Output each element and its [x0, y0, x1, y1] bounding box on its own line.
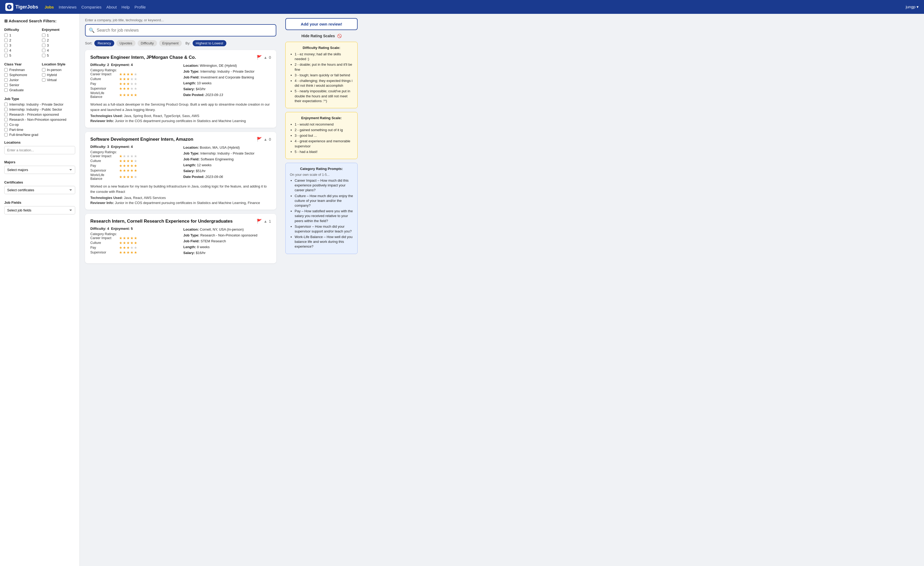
certificates-label: Certificates [4, 180, 23, 184]
rating-name: Career Impact [90, 236, 117, 240]
diff-4[interactable]: 4 [4, 48, 38, 53]
scale-item: 5 - had a blast! [295, 149, 353, 154]
class-freshman[interactable]: Freshman [4, 68, 38, 72]
card-technologies: Technologies Used: Java, React, AWS Serv… [90, 196, 271, 200]
scale-item: 3 - good but ... [295, 133, 353, 138]
sort-chip-recency[interactable]: Recency [94, 40, 114, 46]
upvote-icon[interactable]: ▲ [264, 55, 267, 60]
jt-fulltime[interactable]: Full-time/New grad [4, 133, 75, 137]
brand-name: TigerJobs [15, 4, 38, 10]
jt-industry-public[interactable]: Internship: Industry - Public Sector [4, 107, 75, 111]
star-rating: ★★★★★ [119, 72, 138, 76]
diff-1[interactable]: 1 [4, 33, 38, 37]
right-panel: Add your own review! Hide Rating Scales … [282, 14, 361, 566]
job-type-label: Job Type [4, 97, 19, 101]
date-posted: Date Posted: 2023-09-13 [183, 92, 271, 98]
class-junior[interactable]: Junior [4, 78, 38, 82]
sort-by-highest[interactable]: Highest to Lowest [193, 40, 226, 46]
class-senior[interactable]: Senior [4, 83, 38, 87]
nav-jobs[interactable]: Jobs [45, 5, 54, 9]
loc-virtual[interactable]: Virtual [42, 78, 75, 82]
diff-5[interactable]: 5 [4, 53, 38, 57]
enjoyment-scale-box: Enjoyment Rating Scale: 1 - would not re… [285, 112, 358, 159]
star-rating: ★★★★★ [119, 241, 138, 245]
upvote-icon[interactable]: ▲ [264, 219, 267, 223]
majors-section-title: Majors [4, 160, 75, 164]
enj-5[interactable]: 5 [42, 53, 75, 57]
upvote-icon[interactable]: ▲ [264, 137, 267, 142]
jt-parttime[interactable]: Part-time [4, 128, 75, 132]
ratings-section: Category Ratings: Career Impact ★★★★★ Cu… [90, 68, 178, 99]
nav-companies[interactable]: Companies [81, 5, 102, 9]
star-rating: ★★★★★ [119, 250, 138, 254]
enj-4[interactable]: 4 [42, 48, 75, 53]
jt-research-nonprinceton[interactable]: Research - Non-Princeton sponsored [4, 117, 75, 122]
scale-item: Supervisor – How much did your superviso… [295, 224, 353, 234]
difficulty-scale-list: 1 - ez money; had all the skills needed … [290, 52, 353, 104]
job-fields-select[interactable]: Select job fields [4, 206, 75, 214]
job-fields-section-title: Job Fields [4, 200, 75, 205]
star-rating: ★★★★★ [119, 154, 138, 158]
nav-help[interactable]: Help [122, 5, 130, 9]
salary-info: Salary: $51/hr [183, 168, 271, 174]
by-label: By: [186, 41, 190, 45]
sidebar-title: ⊞ Advanced Search Filters: [4, 19, 75, 23]
diff-2[interactable]: 2 [4, 38, 38, 42]
nav-about[interactable]: About [106, 5, 117, 9]
sort-chip-enjoyment[interactable]: Enjoyment [159, 40, 182, 46]
majors-select[interactable]: Select majors [4, 166, 75, 174]
sort-chip-upvotes[interactable]: Upvotes [116, 40, 135, 46]
scale-item: 1 - would not recommend [295, 122, 353, 127]
class-location-grid: Class Year Freshman Sophomore Junior Sen… [4, 61, 75, 93]
diff-enjoy: Difficulty: 4 Enjoyment: 5 [90, 227, 178, 230]
flag-icon[interactable]: 🚩 [256, 55, 262, 60]
enj-1[interactable]: 1 [42, 33, 75, 37]
rating-row: Work/Life Balance ★★★★★ [90, 91, 178, 99]
sort-chip-difficulty[interactable]: Difficulty [138, 40, 157, 46]
user-menu[interactable]: jungp ▾ [906, 5, 919, 9]
upvote-count: 0 [269, 137, 271, 142]
enj-3[interactable]: 3 [42, 44, 75, 47]
enjoyment-label: Enjoyment [42, 28, 75, 32]
certificates-select[interactable]: Select certificates [4, 186, 75, 194]
loc-hybrid[interactable]: Hybrid [42, 73, 75, 77]
brand-icon: T [5, 3, 13, 11]
jt-industry-private[interactable]: Internship: Industry - Private Sector [4, 102, 75, 106]
brand-logo[interactable]: T TigerJobs [5, 3, 38, 11]
diff-3[interactable]: 3 [4, 44, 38, 47]
class-year-label: Class Year [4, 62, 38, 66]
enj-2[interactable]: 2 [42, 38, 75, 42]
search-input[interactable] [94, 25, 273, 36]
flag-icon[interactable]: 🚩 [256, 219, 262, 224]
location-info: Location: Wilmington, DE (Hybrid) [183, 63, 271, 69]
rating-row: Supervisor ★★★★★ [90, 86, 178, 91]
rating-row: Pay ★★★★★ [90, 245, 178, 250]
jt-research-princeton[interactable]: Research - Princeton sponsored [4, 113, 75, 116]
card-right: Location: Wilmington, DE (Hybrid) Job Ty… [183, 63, 271, 99]
scale-item: Career Impact – How much did this experi… [295, 178, 353, 193]
sort-label: Sort: [85, 41, 92, 45]
flag-icon[interactable]: 🚩 [256, 137, 262, 142]
nav-profile[interactable]: Profile [134, 5, 146, 9]
scale-item: Work-Life Balance – How well did you bal… [295, 235, 353, 249]
location-info: Location: Cornell, NY, USA (In-person) [183, 227, 271, 232]
rating-name: Career Impact [90, 154, 117, 158]
main-layout: ⊞ Advanced Search Filters: Difficulty 1 … [0, 14, 924, 566]
class-sophomore[interactable]: Sophomore [4, 73, 38, 77]
length-info: Length: 12 weeks [183, 162, 271, 168]
add-review-button[interactable]: Add your own review! [285, 18, 358, 30]
location-input[interactable] [4, 146, 75, 154]
upvote-count: 1 [269, 219, 271, 223]
locations-section-title: Locations [4, 140, 75, 145]
class-graduate[interactable]: Graduate [4, 88, 38, 92]
card-title: Software Engineer Intern, JPMorgan Chase… [90, 55, 196, 60]
jt-coop[interactable]: Co-op [4, 123, 75, 126]
hide-rating-label: Hide Rating Scales [301, 34, 335, 38]
loc-inperson[interactable]: In-person [42, 68, 75, 72]
nav-interviews[interactable]: Interviews [59, 5, 77, 9]
rating-row: Career Impact ★★★★★ [90, 72, 178, 76]
rating-name: Pay [90, 82, 117, 86]
hide-rating-bar[interactable]: Hide Rating Scales 🚫 [285, 34, 358, 38]
sort-bar: Sort: Recency Upvotes Difficulty Enjoyme… [85, 40, 276, 46]
class-year-col: Class Year Freshman Sophomore Junior Sen… [4, 61, 38, 93]
